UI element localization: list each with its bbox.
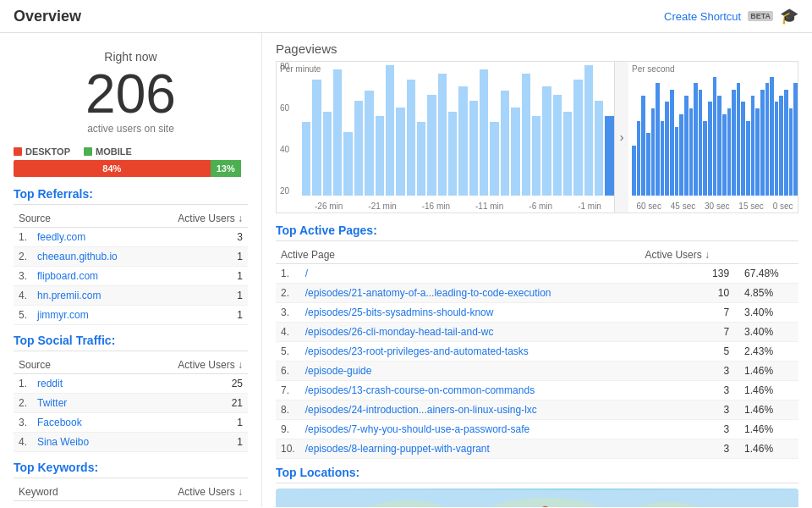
- users-cell: 1: [150, 247, 248, 267]
- users-cell: 1: [129, 413, 248, 433]
- page-link[interactable]: /episodes/23-root-privileges-and-automat…: [305, 345, 529, 357]
- chart-bar: [522, 74, 530, 196]
- chart-per-minute: Per minute 80 60 40 20 -26 min -21 min -…: [277, 62, 615, 213]
- chart-bar: [605, 116, 613, 196]
- users-cell: 3: [639, 420, 739, 439]
- chart-bar: [532, 116, 540, 196]
- source-link[interactable]: Facebook: [37, 417, 82, 428]
- desktop-legend: DESKTOP: [14, 146, 70, 157]
- table-row: 7. /episodes/13-crash-course-on-common-c…: [276, 381, 798, 400]
- users-cell: 1: [150, 306, 248, 325]
- chart-bar: [386, 65, 394, 196]
- chart-bar: [722, 114, 727, 196]
- rank-cell: 6.: [276, 362, 300, 381]
- chart-bar: [784, 90, 788, 196]
- keywords-sort-icon[interactable]: ↓: [238, 486, 243, 498]
- create-shortcut-link[interactable]: Create Shortcut: [664, 10, 741, 23]
- chart-bar: [407, 80, 415, 196]
- rank-cell: 4.: [276, 323, 300, 342]
- graduation-icon: 🎓: [780, 7, 798, 25]
- chart-bar: [563, 112, 572, 196]
- chart-bar: [376, 116, 384, 196]
- referrals-users-header: Active Users ↓: [150, 210, 248, 228]
- chart-bar: [789, 108, 793, 196]
- source-cell: Twitter: [32, 394, 129, 413]
- header-actions: Create Shortcut BETA 🎓: [664, 7, 798, 25]
- chart-bar: [684, 96, 689, 196]
- device-legend: DESKTOP MOBILE: [14, 146, 248, 157]
- page-link[interactable]: /episodes/7-why-you-should-use-a-passwor…: [305, 423, 529, 435]
- page-link[interactable]: /episodes/24-introduction...ainers-on-li…: [305, 404, 537, 416]
- chart-bar: [770, 77, 774, 196]
- users-cell: 25: [129, 374, 248, 394]
- top-social-title: Top Social Traffic:: [14, 334, 248, 351]
- page-cell: /episodes/13-crash-course-on-common-comm…: [300, 381, 640, 400]
- pct-cell: 2.43%: [739, 342, 798, 362]
- social-sort-icon[interactable]: ↓: [238, 359, 243, 371]
- page-link[interactable]: /episodes/13-crash-course-on-common-comm…: [305, 384, 535, 396]
- chart-bar: [365, 91, 373, 196]
- page-cell: /: [300, 264, 640, 284]
- page-link[interactable]: /episodes/8-learning-puppet-with-vagrant: [305, 443, 490, 455]
- pct-cell: 3.40%: [739, 323, 798, 342]
- rank-cell: 2.: [14, 247, 32, 267]
- users-cell: 1: [129, 433, 248, 452]
- chart-bar: [651, 108, 656, 196]
- active-pct-header: [739, 246, 798, 264]
- chart-bar: [694, 83, 698, 196]
- chart-bar: [595, 101, 603, 196]
- chart-bar: [584, 65, 593, 196]
- chart-bar: [793, 83, 798, 196]
- page-link[interactable]: /episode-guide: [305, 365, 372, 377]
- rank-cell: 3.: [14, 413, 32, 433]
- rank-cell: 1.: [276, 264, 300, 284]
- chart-bar: [302, 122, 310, 196]
- chart-divider[interactable]: ›: [615, 62, 628, 213]
- source-link[interactable]: flipboard.com: [37, 270, 98, 282]
- users-cell: 1: [150, 286, 248, 306]
- source-cell: jimmyr.com: [32, 306, 150, 325]
- chart-bars-per-minute: [302, 65, 614, 196]
- chart-bar: [448, 112, 457, 196]
- chart-bar: [665, 102, 669, 196]
- source-link[interactable]: reddit: [37, 378, 63, 389]
- top-keywords-title: Top Keywords:: [14, 461, 248, 478]
- active-pages-table: Active Page Active Users ↓ 1. / 139 67.4…: [276, 246, 798, 459]
- page-cell: /episodes/7-why-you-should-use-a-passwor…: [300, 420, 640, 439]
- desktop-label: DESKTOP: [25, 146, 70, 157]
- page-link[interactable]: /: [305, 268, 308, 279]
- locations-map: [276, 489, 798, 507]
- rank-cell: 4.: [14, 286, 32, 306]
- page-link[interactable]: /episodes/26-cli-monday-head-tail-and-wc: [305, 326, 494, 338]
- page-link[interactable]: /episodes/25-bits-sysadmins-should-know: [305, 306, 494, 318]
- chart-bar: [542, 86, 551, 196]
- chart-bar: [632, 146, 636, 196]
- chart-bar: [760, 90, 765, 196]
- chart-bar: [732, 90, 736, 196]
- page-link[interactable]: /episodes/21-anatomy-of-a...leading-to-c…: [305, 287, 551, 299]
- chart-bar: [699, 90, 703, 196]
- desktop-dot: [14, 147, 22, 156]
- source-link[interactable]: jimmyr.com: [37, 309, 89, 321]
- source-link[interactable]: Sina Weibo: [37, 436, 89, 448]
- source-cell: Facebook: [32, 413, 129, 433]
- top-locations-title: Top Locations:: [276, 466, 798, 483]
- referrals-sort-icon[interactable]: ↓: [238, 213, 243, 224]
- source-link[interactable]: cheeaun.github.io: [37, 251, 118, 262]
- y-axis: 80 60 40 20: [280, 62, 289, 196]
- world-map-svg: [276, 489, 798, 507]
- rank-cell: 7.: [276, 381, 300, 400]
- source-link[interactable]: hn.premii.com: [37, 290, 101, 301]
- chart-bar: [490, 122, 498, 196]
- source-link[interactable]: Twitter: [37, 397, 67, 409]
- source-link[interactable]: feedly.com: [37, 231, 85, 243]
- source-cell: reddit: [32, 374, 129, 394]
- active-user-count: 206: [14, 67, 248, 121]
- right-now-section: Right now 206 active users on site: [14, 41, 248, 140]
- source-cell: hn.premii.com: [32, 286, 150, 306]
- pct-cell: 1.46%: [739, 362, 798, 381]
- source-cell: feedly.com: [32, 228, 150, 247]
- active-pages-sort-icon[interactable]: ↓: [705, 249, 710, 261]
- users-cell: 3: [639, 362, 739, 381]
- page-cell: /episodes/25-bits-sysadmins-should-know: [300, 303, 640, 323]
